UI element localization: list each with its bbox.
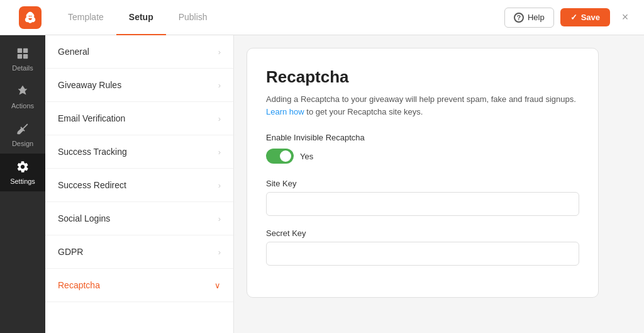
close-button[interactable]: × <box>616 9 634 26</box>
menu-item-social-logins[interactable]: Social Logins › <box>45 202 233 235</box>
details-icon <box>16 47 30 62</box>
chevron-icon: › <box>218 81 221 90</box>
topbar-right: ? Help ✓ Save × <box>504 8 634 28</box>
page-title: Recaptcha <box>266 67 579 87</box>
chevron-icon: › <box>218 147 221 157</box>
chevron-icon: › <box>218 214 221 223</box>
svg-rect-2 <box>18 54 22 59</box>
chevron-icon: › <box>218 247 221 257</box>
help-icon: ? <box>514 13 524 23</box>
svg-rect-3 <box>23 54 28 59</box>
menu-item-giveaway-rules[interactable]: Giveaway Rules › <box>45 69 233 102</box>
site-key-group: Site Key <box>266 179 579 216</box>
site-key-input[interactable] <box>266 192 579 216</box>
tab-setup[interactable]: Setup <box>116 0 166 35</box>
sidebar-item-settings[interactable]: Settings <box>0 154 45 191</box>
enable-recaptcha-label: Enable Invisible Recaptcha <box>266 133 579 142</box>
menu-item-success-redirect[interactable]: Success Redirect › <box>45 169 233 202</box>
sidebar-item-details[interactable]: Details <box>0 40 45 78</box>
menu-item-general[interactable]: General › <box>45 35 233 69</box>
invisible-recaptcha-toggle[interactable] <box>266 149 294 164</box>
chevron-down-icon: ∨ <box>214 281 221 290</box>
chevron-icon: › <box>218 114 221 123</box>
content-card: Recaptcha Adding a Recaptcha to your giv… <box>247 48 599 298</box>
tab-template[interactable]: Template <box>55 0 116 35</box>
svg-rect-0 <box>18 48 22 53</box>
menu-item-email-verification[interactable]: Email Verification › <box>45 102 233 135</box>
left-sidebar: Details Actions Design Settings <box>0 35 45 333</box>
menu-item-gdpr[interactable]: GDPR › <box>45 235 233 269</box>
description-text: Adding a Recaptcha to your giveaway will… <box>266 93 579 118</box>
toggle-state-label: Yes <box>300 152 313 161</box>
menu-item-success-tracking[interactable]: Success Tracking › <box>45 135 233 169</box>
site-key-label: Site Key <box>266 179 579 188</box>
sidebar-item-design[interactable]: Design <box>0 116 45 154</box>
content-area: Recaptcha Adding a Recaptcha to your giv… <box>234 35 644 333</box>
logo-area <box>10 6 50 29</box>
secret-key-group: Secret Key <box>266 229 579 266</box>
checkmark-icon: ✓ <box>570 13 577 22</box>
middle-nav: General › Giveaway Rules › Email Verific… <box>45 35 234 333</box>
topbar: Template Setup Publish ? Help ✓ Save × <box>0 0 644 35</box>
save-button[interactable]: ✓ Save <box>560 8 610 26</box>
chevron-icon: › <box>218 47 221 57</box>
secret-key-label: Secret Key <box>266 229 579 238</box>
tab-publish[interactable]: Publish <box>166 0 220 35</box>
chevron-icon: › <box>218 181 221 190</box>
top-nav: Template Setup Publish <box>55 0 220 35</box>
learn-how-link[interactable]: Learn how <box>266 107 304 116</box>
svg-rect-1 <box>23 48 28 53</box>
settings-icon <box>16 160 30 175</box>
main-layout: Details Actions Design Settings General … <box>0 35 644 333</box>
sidebar-item-actions[interactable]: Actions <box>0 78 45 116</box>
secret-key-input[interactable] <box>266 242 579 266</box>
toggle-row: Yes <box>266 149 579 164</box>
design-icon <box>16 122 30 137</box>
menu-item-recaptcha[interactable]: Recaptcha ∨ <box>45 269 233 302</box>
app-logo <box>19 6 42 29</box>
help-button[interactable]: ? Help <box>504 8 554 28</box>
actions-icon <box>16 84 30 99</box>
